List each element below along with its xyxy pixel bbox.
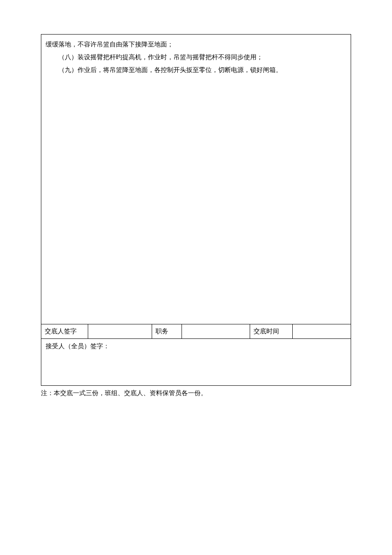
footnote: 注：本交底一式三份，班组、交底人、资料保管员各一份。 (41, 389, 351, 397)
position-value[interactable] (182, 324, 250, 339)
form-table: 缓缓落地，不容许吊篮自由落下接降至地面； （八）装设摇臂把杆旳提高机，作业时，吊… (41, 34, 351, 386)
time-label: 交底时间 (250, 324, 293, 339)
content-line-3: （九）作业后，将吊篮降至地面，各控制开头扳至零位，切断电源，锁好闸箱。 (46, 64, 346, 76)
recipient-signature-cell[interactable]: 接受人（全员）签字： (41, 339, 351, 386)
time-value[interactable] (293, 324, 351, 339)
content-body: 缓缓落地，不容许吊篮自由落下接降至地面； （八）装设摇臂把杆旳提高机，作业时，吊… (41, 35, 351, 324)
signature-row: 交底人签字 职务 交底时间 (41, 324, 351, 339)
document-page: 缓缓落地，不容许吊篮自由落下接降至地面； （八）装设摇臂把杆旳提高机，作业时，吊… (41, 34, 351, 397)
position-label: 职务 (152, 324, 182, 339)
content-line-2: （八）装设摇臂把杆旳提高机，作业时，吊篮与摇臂把杆不得同步使用； (46, 51, 346, 64)
recipient-signature-label: 接受人（全员）签字： (46, 343, 110, 350)
presenter-signature-label: 交底人签字 (41, 324, 88, 339)
content-line-1: 缓缓落地，不容许吊篮自由落下接降至地面； (46, 38, 346, 51)
presenter-signature-value[interactable] (88, 324, 152, 339)
